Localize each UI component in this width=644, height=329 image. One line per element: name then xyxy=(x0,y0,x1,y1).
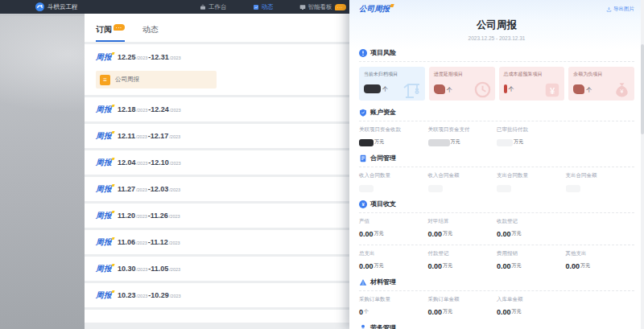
date-range: 12.25/2023 - 12.31/2023 xyxy=(118,53,182,61)
section-labor-management: 劳务管理 xyxy=(359,323,634,329)
yuan-icon: ¥ xyxy=(543,81,561,99)
date-range: 11.06/2023 - 11.12/2023 xyxy=(118,238,181,246)
stat: 采购订单数量 0个 xyxy=(359,296,428,316)
brand-name: 斗栱云工程 xyxy=(47,3,78,11)
section-title: 账户资金 xyxy=(370,108,396,117)
risk-card-unarchived: 当前未归档项目 个 xyxy=(359,67,425,101)
redacted-value xyxy=(497,185,511,192)
list-item-partial[interactable] xyxy=(85,310,349,323)
list-item[interactable]: 周报 10.23/2023 - 10.29/2023 xyxy=(85,283,349,307)
section-title: 劳务管理 xyxy=(370,323,396,329)
stat: 已审批待付款 万元 xyxy=(497,126,566,146)
list-item[interactable]: 周报 11.27/2023 - 12.03/2023 xyxy=(85,177,349,201)
section-title: 项目风险 xyxy=(370,48,396,57)
list-item[interactable]: 周报 10.30/2023 - 11.05/2023 xyxy=(85,257,349,281)
clock-icon xyxy=(473,80,492,99)
list-item[interactable]: 周报 12.18/2023 - 12.24/2023 xyxy=(85,97,349,121)
risk-card-over-budget: 总成本超预算项目 个 ¥ xyxy=(499,67,565,101)
redacted-value xyxy=(359,139,374,146)
list-item[interactable]: 周报 12.04/2023 - 12.10/2023 xyxy=(85,150,349,175)
section-contract-management: 合同管理 收入合同数量 收入合同金额 支出合同数量 支出合同金额 xyxy=(359,154,634,192)
nav-activity[interactable]: 动态 xyxy=(253,3,274,11)
warning-icon xyxy=(359,49,367,57)
weekly-tag: 周报 xyxy=(96,52,112,63)
date-range: 11.20/2023 - 11.26/2023 xyxy=(118,212,181,220)
section-title: 材料管理 xyxy=(370,278,396,286)
report-header-tag: 公司周报 xyxy=(359,4,390,14)
stat: 入库单金额 0.00万元 xyxy=(497,296,566,316)
date-range: 11.27/2023 - 12.03/2023 xyxy=(118,185,181,193)
redacted-value xyxy=(428,185,443,192)
company-report-entry[interactable]: ≡ 公司周报 xyxy=(96,71,217,88)
section-project-income: ¥ 项目收支 产值 0.00万元 对甲结算 0.00万元 收款登记 0.00万元… xyxy=(359,199,634,270)
person-icon xyxy=(359,324,367,329)
monitor-icon xyxy=(299,4,306,10)
stat: 费用报销 0.00万元 xyxy=(497,250,566,270)
section-title: 合同管理 xyxy=(370,154,396,162)
stat: 总支出 0.00万元 xyxy=(359,250,428,270)
redacted-value xyxy=(434,84,445,94)
contract-doc-icon xyxy=(359,154,367,162)
shield-icon xyxy=(359,109,367,117)
stat: 收入合同金额 xyxy=(428,172,497,192)
stat: 支出合同金额 xyxy=(566,172,635,192)
nav-workbench[interactable]: 工作台 xyxy=(200,3,227,11)
scrollbar-thumb[interactable] xyxy=(641,44,644,134)
stat: 收入合同数量 xyxy=(359,172,428,192)
stat: 其他支出 0.00万元 xyxy=(566,250,635,270)
nav-smartboard-badge: ··· xyxy=(335,4,346,10)
section-title: 项目收支 xyxy=(370,199,396,208)
tab-activity[interactable]: 动态 xyxy=(142,24,159,42)
list-item[interactable]: 周报 11.20/2023 - 11.26/2023 xyxy=(85,204,349,228)
report-title: 公司周报 xyxy=(349,19,644,32)
weekly-tag: 周报 xyxy=(96,131,112,142)
weekly-tag: 周报 xyxy=(96,105,112,115)
risk-card-delayed: 进度延期项目 个 xyxy=(429,67,495,101)
weekly-tag: 周报 xyxy=(96,184,112,195)
risk-card-negative-balance: 余额为负项目 个 ¥ xyxy=(568,67,634,101)
activity-chart-icon xyxy=(253,4,259,10)
date-range: 10.30/2023 - 11.05/2023 xyxy=(118,265,181,273)
redacted-value xyxy=(428,139,450,146)
stat: 关联项目资金收款 万元 xyxy=(359,126,428,146)
briefcase-icon xyxy=(200,4,206,10)
divider xyxy=(359,121,634,121)
date-range: 12.18/2023 - 12.24/2023 xyxy=(118,105,182,113)
stat: 对甲结算 0.00万元 xyxy=(428,218,497,238)
stat: 关联项目资金支付 万元 xyxy=(428,126,497,146)
redacted-value xyxy=(573,84,584,94)
list-item[interactable]: 周报 11.06/2023 - 11.12/2023 xyxy=(85,230,349,254)
company-report-label: 公司周报 xyxy=(115,76,139,84)
date-range: 12.04/2023 - 12.10/2023 xyxy=(118,158,182,167)
report-date-range: 2023.12.25 - 2023.12.31 xyxy=(349,35,644,41)
svg-text:¥: ¥ xyxy=(550,86,555,96)
weekly-tag: 周报 xyxy=(96,158,112,168)
section-account-funds: 账户资金 关联项目资金收款 万元 关联项目资金支付 万元 已审批待付款 万元 xyxy=(359,108,634,146)
tab-subscribe[interactable]: 订阅 ··· xyxy=(96,24,125,42)
weekly-tag: 周报 xyxy=(96,211,112,221)
crane-icon xyxy=(402,80,422,99)
report-doc-icon: ≡ xyxy=(100,75,110,85)
export-icon xyxy=(606,6,612,12)
list-item[interactable]: 周报 12.11/2023 - 12.17/2023 xyxy=(85,124,349,148)
divider xyxy=(359,61,634,62)
feed-tabs: 订阅 ··· 动态 xyxy=(85,14,349,42)
redacted-value xyxy=(497,139,513,146)
weekly-report-list: 周报 12.25/2023 - 12.31/2023 ≡ 公司周报 周报 12.… xyxy=(85,44,349,323)
nav-smartboard[interactable]: 智能看板 ··· xyxy=(299,3,346,11)
redacted-value xyxy=(364,84,381,93)
income-coin-icon: ¥ xyxy=(359,200,367,208)
scrollbar-track[interactable] xyxy=(641,0,644,329)
redacted-value xyxy=(566,185,580,192)
divider xyxy=(359,167,634,167)
stat: 付款登记 0.00万元 xyxy=(428,250,497,270)
stat: 支出合同数量 xyxy=(497,172,566,192)
weekly-tag: 周报 xyxy=(96,290,112,301)
svg-text:¥: ¥ xyxy=(620,88,624,95)
export-image-button[interactable]: 导出图片 xyxy=(606,6,634,13)
divider xyxy=(359,245,634,245)
list-item-expanded[interactable]: 周报 12.25/2023 - 12.31/2023 ≡ 公司周报 xyxy=(85,44,349,95)
nav-smartboard-label: 智能看板 xyxy=(308,3,332,11)
brand: 斗栱云工程 xyxy=(35,2,78,11)
date-range: 12.11/2023 - 12.17/2023 xyxy=(118,132,181,140)
